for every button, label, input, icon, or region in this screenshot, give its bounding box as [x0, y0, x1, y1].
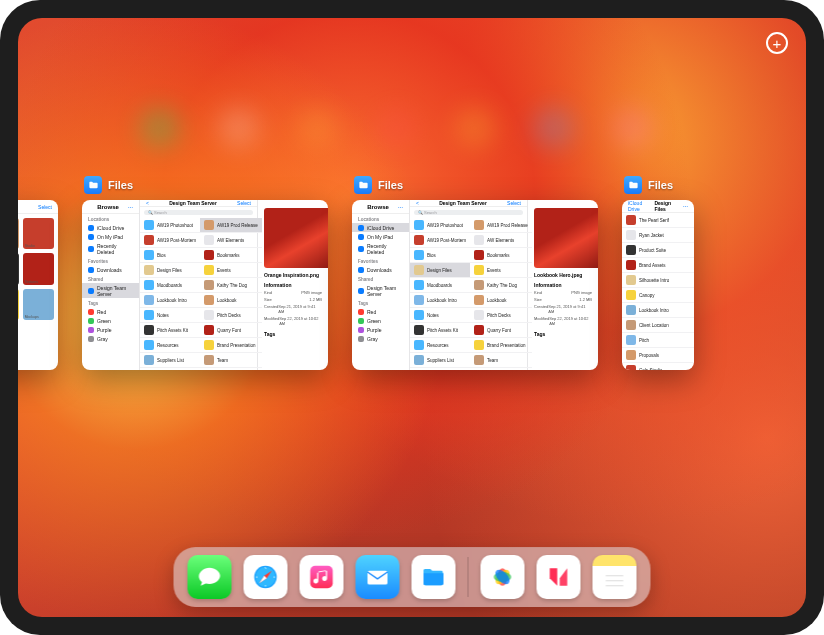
file-list-item[interactable]: Design Files — [140, 263, 200, 278]
file-list-item[interactable]: AW19 Prod Release — [200, 218, 262, 233]
file-list-item[interactable]: Proposals — [622, 348, 694, 363]
switcher-card[interactable]: Files Browse⋯LocationsiCloud DriveOn My … — [352, 176, 598, 370]
file-list-item[interactable]: Resources — [140, 338, 200, 353]
sidebar-item[interactable]: Red — [352, 307, 409, 316]
search-input[interactable]: 🔍 Search — [414, 210, 523, 215]
file-list-item[interactable]: Pitch Assets Kit — [410, 323, 470, 338]
file-list-item[interactable]: Bookmarks — [470, 248, 532, 263]
file-list-item[interactable]: Quarry Font — [200, 323, 262, 338]
file-list-item[interactable]: AW Elements — [470, 233, 532, 248]
file-list-item[interactable]: Brand Presentation — [200, 338, 262, 353]
file-list-item[interactable]: Notes — [410, 308, 470, 323]
dock-music-icon[interactable] — [300, 555, 344, 599]
file-list-item[interactable]: Suppliers List — [140, 353, 200, 368]
file-list-item[interactable]: Lookbook — [200, 293, 262, 308]
file-list-item[interactable]: Bios — [410, 248, 470, 263]
file-list-item[interactable]: Events — [470, 263, 532, 278]
sidebar-item[interactable]: Gray — [82, 334, 139, 343]
dock-mail-icon[interactable] — [356, 555, 400, 599]
file-list-item[interactable]: Lookbook Intro — [622, 303, 694, 318]
sidebar-item[interactable]: Design Team Server — [352, 283, 409, 298]
file-list-item[interactable]: AW19 Post-Mortem — [410, 233, 470, 248]
grid-file-item[interactable]: Palette — [18, 289, 19, 320]
file-list-item[interactable]: Team — [200, 353, 262, 368]
file-list-item[interactable]: Brand Assets — [622, 258, 694, 273]
file-list-item[interactable]: AW Elements — [200, 233, 262, 248]
switcher-card[interactable]: Files iCloud Drive Design Files ⋯ The Pe… — [622, 176, 694, 370]
grid-file-item[interactable]: Portrait — [18, 218, 19, 249]
sidebar-item[interactable]: Purple — [82, 325, 139, 334]
file-list-item[interactable]: Design Files — [410, 263, 470, 278]
file-list-item[interactable]: Quarry Font — [470, 323, 532, 338]
file-list-item[interactable]: AW19 Photoshoot — [140, 218, 200, 233]
dock-notes-icon[interactable] — [593, 555, 637, 599]
dock-photos-icon[interactable] — [481, 555, 525, 599]
sidebar-item[interactable]: Green — [82, 316, 139, 325]
sidebar-item[interactable]: Gray — [352, 334, 409, 343]
sidebar-item[interactable]: Downloads — [82, 265, 139, 274]
grid-file-item[interactable]: Ryan — [18, 253, 19, 284]
file-list-item[interactable]: Team — [470, 353, 532, 368]
grid-file-item[interactable]: Studio — [23, 218, 54, 249]
file-list-item[interactable]: Web — [140, 368, 200, 370]
sidebar-item[interactable]: Design Team Server — [82, 283, 139, 298]
file-list-item[interactable]: Orange Inspiration — [200, 368, 262, 370]
file-list-item[interactable]: AW19 Post-Mortem — [140, 233, 200, 248]
file-list-item[interactable]: Resources — [410, 338, 470, 353]
file-thumb-icon — [626, 350, 636, 360]
file-list-item[interactable]: Moodboards — [410, 278, 470, 293]
dock-messages-icon[interactable] — [188, 555, 232, 599]
file-list-item[interactable]: Kathy The Dog — [470, 278, 532, 293]
file-thumb-icon — [626, 245, 636, 255]
sidebar-item[interactable]: Purple — [352, 325, 409, 334]
sidebar-item[interactable]: On My iPad — [82, 232, 139, 241]
file-list-item[interactable]: Lookbook Intro — [410, 293, 470, 308]
file-list-item[interactable]: Suppliers List — [410, 353, 470, 368]
sidebar-item[interactable]: Recently Deleted — [352, 241, 409, 256]
file-list-item[interactable]: Ryan Jacket — [622, 228, 694, 243]
dock-news-icon[interactable] — [537, 555, 581, 599]
grid-file-item[interactable]: Textures — [23, 253, 54, 284]
file-list-item[interactable]: Pitch Assets Kit — [140, 323, 200, 338]
file-list-item[interactable]: Cole Studio — [622, 363, 694, 370]
file-list-item[interactable]: Pitch Decks — [200, 308, 262, 323]
search-input[interactable]: 🔍 Search — [144, 210, 253, 215]
switcher-card[interactable]: Files Browse⋯LocationsiCloud DriveOn My … — [82, 176, 328, 370]
file-list-item[interactable]: Moodboards — [140, 278, 200, 293]
dock-files-icon[interactable] — [412, 555, 456, 599]
file-list-item[interactable]: Client Location — [622, 318, 694, 333]
file-list-item[interactable]: Notes — [140, 308, 200, 323]
sidebar-item-label: Purple — [367, 327, 381, 333]
file-list-item[interactable]: Orange Inspiration — [470, 368, 532, 370]
grid-file-item[interactable]: Mockups — [23, 289, 54, 320]
file-list-item[interactable]: Canopy — [622, 288, 694, 303]
file-list-item[interactable]: Bios — [140, 248, 200, 263]
file-list-item[interactable]: Bookmarks — [200, 248, 262, 263]
file-name-label: Kathy The Dog — [487, 283, 517, 288]
sidebar-item[interactable]: iCloud Drive — [82, 223, 139, 232]
file-list-item[interactable]: Brand Presentation — [470, 338, 532, 353]
file-list-item[interactable]: AW19 Photoshoot — [410, 218, 470, 233]
file-list-item[interactable]: Events — [200, 263, 262, 278]
sidebar-item-icon — [88, 336, 94, 342]
sidebar-item[interactable]: Red — [82, 307, 139, 316]
file-list-item[interactable]: Lookbook Intro — [140, 293, 200, 308]
switcher-card[interactable]: Files ⋯Design FilesSelect LookbookPortra… — [18, 176, 58, 370]
back-label[interactable]: iCloud Drive — [628, 200, 654, 212]
file-list-item[interactable]: Lookbook — [470, 293, 532, 308]
sidebar-item[interactable]: On My iPad — [352, 232, 409, 241]
new-window-button[interactable]: + — [766, 32, 788, 54]
sidebar-item[interactable]: iCloud Drive — [352, 223, 409, 232]
sidebar-item[interactable]: Recently Deleted — [82, 241, 139, 256]
file-list-item[interactable]: AW19 Prod Release — [470, 218, 532, 233]
file-list-item[interactable]: Pitch Decks — [470, 308, 532, 323]
file-list-item[interactable]: Silhouette Intro — [622, 273, 694, 288]
file-list-item[interactable]: The Pearl Serif — [622, 213, 694, 228]
dock-safari-icon[interactable] — [244, 555, 288, 599]
file-list-item[interactable]: Kathy The Dog — [200, 278, 262, 293]
sidebar-item[interactable]: Downloads — [352, 265, 409, 274]
file-list-item[interactable]: Product Suite — [622, 243, 694, 258]
sidebar-item[interactable]: Green — [352, 316, 409, 325]
file-list-item[interactable]: Web — [410, 368, 470, 370]
file-list-item[interactable]: Pitch — [622, 333, 694, 348]
